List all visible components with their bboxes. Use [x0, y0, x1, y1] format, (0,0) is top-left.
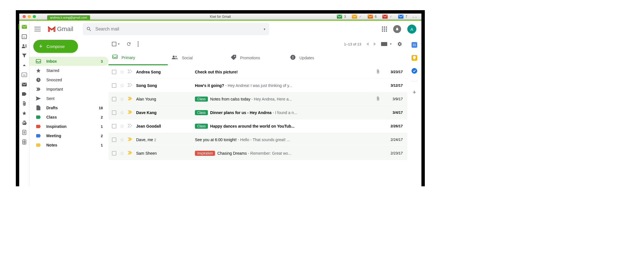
mail-row[interactable]: ☆ Sam Sheen InspirationChasing Dreams - … — [108, 147, 407, 160]
strip-mail[interactable] — [19, 24, 29, 30]
search-options-dropdown[interactable]: ▼ — [263, 28, 266, 31]
mail-checkbox[interactable] — [112, 70, 116, 74]
strip-mail-alt[interactable] — [21, 82, 27, 87]
mail-row[interactable]: ☆ Song Song How's it going? - Hey Andrea… — [108, 79, 407, 92]
rightbar-tasks[interactable] — [412, 68, 417, 74]
search-bar[interactable]: ▼ — [83, 23, 269, 35]
account-badge-4[interactable]: 7 — [396, 15, 410, 19]
tab-label: Primary — [121, 55, 135, 60]
important-marker[interactable] — [128, 97, 133, 101]
mail-checkbox[interactable] — [112, 124, 116, 128]
strip-attach[interactable] — [21, 101, 27, 106]
important-marker[interactable] — [128, 137, 133, 142]
important-marker[interactable] — [128, 151, 133, 156]
mail-checkbox[interactable] — [112, 97, 116, 101]
search-input[interactable] — [95, 27, 260, 32]
apps-grid-icon[interactable] — [382, 27, 387, 32]
sidebar-item-notes[interactable]: Notes1 — [29, 141, 108, 150]
strip-docs[interactable] — [21, 130, 27, 135]
sidebar-item-inspiration[interactable]: Inspiration1 — [29, 122, 108, 131]
minimize-window-button[interactable] — [28, 15, 31, 18]
important-marker[interactable] — [128, 83, 133, 88]
star-icon[interactable]: ☆ — [120, 82, 124, 89]
star-icon[interactable]: ☆ — [120, 137, 124, 143]
sidebar-item-drafts[interactable]: Drafts18 — [29, 103, 108, 112]
account-badge-2[interactable]: 6 — [365, 15, 379, 19]
gmail-logo[interactable]: Gmail — [48, 25, 73, 33]
sidebar-item-meeting[interactable]: Meeting2 — [29, 131, 108, 140]
more-menu-button[interactable] — [138, 41, 139, 47]
mail-checkbox[interactable] — [112, 151, 116, 156]
mail-row[interactable]: ☆ Jean Goodall ClassHappy dances around … — [108, 119, 407, 133]
mail-sender: Dave, me2 — [136, 137, 192, 142]
svg-rect-1 — [352, 15, 357, 19]
strip-star[interactable] — [21, 110, 27, 116]
account-badge-3[interactable]: ✓ — [380, 15, 395, 19]
important-marker[interactable] — [128, 124, 133, 128]
mail-row[interactable]: ☆ Dave, me2 See you at 6:00 tonight! - H… — [108, 133, 407, 147]
refresh-button[interactable] — [126, 41, 131, 47]
mail-date: 2/24/17 — [384, 137, 403, 142]
mail-row[interactable]: ☆ Dave Kang ClassDinner plans for us - H… — [108, 106, 407, 119]
strip-drive[interactable] — [21, 120, 27, 126]
mail-checkbox[interactable] — [112, 137, 116, 142]
strip-filter[interactable] — [21, 53, 27, 58]
main-menu-button[interactable] — [34, 27, 41, 31]
strip-tag[interactable] — [21, 91, 27, 97]
notifications-button[interactable] — [393, 25, 401, 33]
sidebar-item-starred[interactable]: Starred — [29, 66, 108, 75]
tab-primary[interactable]: Primary — [108, 51, 168, 65]
svg-rect-5 — [22, 25, 27, 29]
label-icon — [36, 143, 41, 147]
tab-promotions[interactable]: Promotions — [227, 51, 286, 65]
star-icon[interactable]: ☆ — [120, 110, 124, 116]
star-icon[interactable]: ☆ — [120, 123, 124, 129]
content-area: ▼ 1–13 of 13 ▼ PrimarySocia — [108, 38, 407, 186]
account-badge-1[interactable]: ✓ — [349, 15, 364, 19]
select-dropdown[interactable]: ▼ — [118, 43, 120, 45]
close-window-button[interactable] — [23, 15, 26, 18]
important-marker[interactable] — [128, 110, 133, 115]
strip-collapse-up[interactable] — [21, 62, 27, 68]
account-chip[interactable]: andrea.b.song@gmail.com — [47, 15, 90, 20]
mail-checkbox[interactable] — [112, 83, 116, 88]
sidebar-item-snoozed[interactable]: Snoozed — [29, 75, 108, 84]
maximize-window-button[interactable] — [33, 15, 36, 18]
mail-checkbox[interactable] — [112, 110, 116, 115]
important-marker[interactable] — [128, 69, 133, 74]
sidebar-item-sent[interactable]: Sent — [29, 94, 108, 103]
svg-point-24 — [138, 43, 139, 45]
chevron-down-icon[interactable]: ⌄⌄ — [411, 15, 419, 19]
strip-calendar-31[interactable]: 31 — [21, 34, 27, 39]
next-page-button[interactable] — [374, 42, 376, 46]
window-title: Kiwi for Gmail — [210, 15, 231, 19]
account-badge-0[interactable]: 3 — [334, 15, 348, 19]
mail-row[interactable]: ☆ Andrea Song Check out this picture! 3/… — [108, 65, 407, 79]
rightbar-keep[interactable] — [412, 55, 417, 61]
rightbar-add-button[interactable]: + — [413, 89, 416, 96]
compose-button[interactable]: + Compose — [33, 40, 78, 53]
tab-social[interactable]: Social — [168, 51, 227, 65]
tab-label: Social — [182, 56, 193, 60]
rightbar-separator — [411, 81, 418, 81]
sidebar-item-inbox[interactable]: Inbox3 — [29, 57, 108, 66]
sidebar-item-count: 18 — [99, 106, 103, 110]
mail-row[interactable]: ☆ Alan Young ClassNotes from calss today… — [108, 92, 407, 106]
strip-contacts[interactable] — [21, 43, 27, 49]
select-all-checkbox[interactable] — [112, 42, 116, 46]
star-icon[interactable]: ☆ — [120, 150, 124, 156]
tab-updates[interactable]: Updates — [286, 51, 346, 65]
sidebar-item-count: 1 — [101, 143, 103, 147]
sidebar-item-class[interactable]: Class2 — [29, 113, 108, 122]
star-icon[interactable]: ☆ — [120, 69, 124, 75]
account-avatar[interactable]: A — [407, 25, 416, 34]
input-tools-button[interactable]: ▼ — [381, 42, 392, 46]
settings-button[interactable] — [397, 41, 402, 47]
star-icon[interactable]: ☆ — [120, 96, 124, 102]
strip-sheets[interactable] — [21, 139, 27, 145]
strip-calendar-5d[interactable]: 5D — [21, 72, 27, 78]
rightbar-calendar[interactable]: 31 — [412, 42, 417, 48]
sidebar-item-important[interactable]: Important — [29, 85, 108, 94]
prev-page-button[interactable] — [366, 42, 369, 46]
updates-icon — [290, 55, 295, 61]
